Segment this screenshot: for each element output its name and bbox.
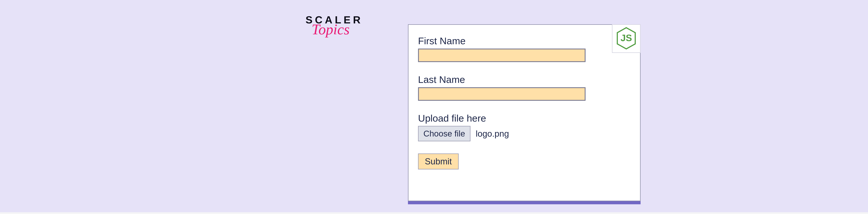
upload-label: Upload file here: [418, 112, 630, 124]
scaler-topics-logo: SCALER Topics: [306, 15, 359, 35]
upload-group: Upload file here Choose file logo.png: [418, 112, 630, 141]
choose-file-button[interactable]: Choose file: [418, 126, 470, 141]
first-name-label: First Name: [418, 35, 630, 46]
form-card: JS First Name Last Name Upload file here…: [408, 24, 641, 201]
svg-text:JS: JS: [621, 32, 632, 43]
first-name-input[interactable]: [418, 48, 586, 62]
submit-button[interactable]: Submit: [418, 153, 459, 170]
nodejs-badge: JS: [612, 24, 641, 53]
bottom-strip: [0, 212, 868, 214]
selected-file-name: logo.png: [476, 129, 509, 139]
nodejs-icon: JS: [616, 27, 636, 50]
last-name-input[interactable]: [418, 87, 586, 101]
last-name-group: Last Name: [418, 74, 630, 101]
last-name-label: Last Name: [418, 74, 630, 85]
first-name-group: First Name: [418, 35, 630, 62]
form-body: First Name Last Name Upload file here Ch…: [408, 25, 640, 179]
file-row: Choose file logo.png: [418, 126, 630, 141]
